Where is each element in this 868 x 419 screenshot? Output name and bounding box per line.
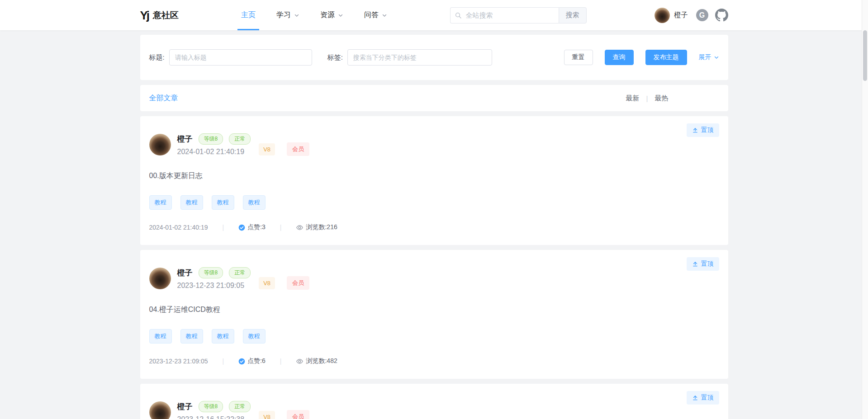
- post-time: 2024-01-02 21:40:19: [177, 148, 251, 156]
- post-card[interactable]: 置顶 橙子 等级8 正常 2024-01-02 21:40:19 V8 会员: [140, 116, 728, 245]
- user-avatar[interactable]: [655, 8, 670, 23]
- pin-top-label: 置顶: [701, 126, 714, 134]
- tag-filter-group: 标签:: [327, 49, 492, 66]
- pin-top-label: 置顶: [701, 394, 714, 402]
- expand-toggle[interactable]: 展开: [699, 53, 719, 61]
- chevron-down-icon: [714, 55, 719, 60]
- expand-label: 展开: [699, 53, 711, 61]
- member-badge: 会员: [287, 410, 309, 419]
- likes-label: 点赞:6: [247, 357, 266, 365]
- level-badge: 等级8: [199, 133, 223, 145]
- nav-item-qa-label: 问答: [364, 10, 379, 20]
- status-badge: 正常: [229, 401, 251, 412]
- article-list-header: 全部文章 最新 | 最热: [140, 85, 728, 111]
- post-header: 橙子 等级8 正常 2023-12-23 21:09:05 V8 会员: [149, 267, 719, 290]
- author-avatar[interactable]: [149, 268, 171, 289]
- views-stat: 浏览数:482: [296, 357, 337, 365]
- logo-mark-icon: Yj: [140, 9, 149, 21]
- title-filter-label: 标题:: [149, 53, 165, 62]
- post-header: 橙子 等级8 正常 2023-12-16 15:22:38 V8 会员: [149, 401, 719, 419]
- tag-filter-label: 标签:: [327, 53, 343, 62]
- sort-options: 最新 | 最热: [626, 94, 669, 103]
- nav-item-resources[interactable]: 资源: [320, 0, 343, 30]
- author-name[interactable]: 橙子: [177, 401, 193, 412]
- pin-top-icon: [692, 395, 698, 401]
- level-badge: 等级8: [199, 267, 223, 278]
- all-articles-tab[interactable]: 全部文章: [149, 94, 178, 103]
- post-tag[interactable]: 教程: [180, 195, 203, 210]
- nav-item-qa[interactable]: 问答: [364, 0, 387, 30]
- filter-actions: 重置 查询 发布主题 展开: [564, 50, 719, 65]
- footer-divider: |: [280, 224, 282, 231]
- post-tag[interactable]: 教程: [149, 329, 172, 344]
- vip-badge: V8: [259, 143, 275, 155]
- scrollbar-thumb[interactable]: [863, 30, 867, 81]
- gitee-icon[interactable]: G: [696, 9, 708, 21]
- author-line: 橙子 等级8 正常: [177, 267, 251, 278]
- post-time: 2023-12-16 15:22:38: [177, 415, 251, 419]
- author-avatar[interactable]: [149, 134, 171, 155]
- page-scrollbar[interactable]: [862, 0, 868, 419]
- likes-label: 点赞:3: [247, 223, 266, 231]
- nav-item-learn-label: 学习: [276, 10, 291, 20]
- main-content: 标题: 标签: 重置 查询 发布主题 展开 全部文章 最新 | 最热: [140, 35, 728, 419]
- site-logo[interactable]: Yj 意社区: [140, 9, 179, 21]
- eye-icon: [296, 224, 304, 231]
- github-icon[interactable]: [715, 9, 728, 22]
- post-title[interactable]: 04.橙子运维CICD教程: [149, 305, 719, 315]
- pin-top-label: 置顶: [701, 260, 714, 268]
- post-tag[interactable]: 教程: [180, 329, 203, 344]
- nav-item-home[interactable]: 主页: [241, 0, 256, 30]
- views-stat: 浏览数:216: [296, 223, 337, 231]
- views-label: 浏览数:482: [306, 357, 337, 365]
- post-tag[interactable]: 教程: [212, 329, 234, 344]
- nav-item-home-label: 主页: [241, 10, 256, 20]
- vip-badge: V8: [259, 411, 275, 419]
- main-nav: 主页 学习 资源 问答: [241, 0, 387, 30]
- member-badge: 会员: [287, 142, 309, 156]
- post-tag[interactable]: 教程: [212, 195, 234, 210]
- search-input[interactable]: [450, 7, 559, 24]
- post-tag[interactable]: 教程: [243, 329, 266, 344]
- author-avatar[interactable]: [149, 401, 171, 419]
- pin-top-button[interactable]: 置顶: [687, 257, 719, 271]
- nav-item-learn[interactable]: 学习: [276, 0, 299, 30]
- global-search: 搜索: [450, 7, 587, 24]
- author-name[interactable]: 橙子: [177, 268, 193, 278]
- level-badge: 等级8: [199, 401, 223, 412]
- like-check-icon: [238, 224, 245, 231]
- chevron-down-icon: [294, 13, 299, 18]
- tag-filter-input[interactable]: [347, 49, 492, 66]
- author-name[interactable]: 橙子: [177, 134, 193, 144]
- sort-hottest[interactable]: 最热: [655, 94, 669, 103]
- sort-divider: |: [646, 94, 648, 102]
- chevron-down-icon: [338, 13, 343, 18]
- post-card[interactable]: 置顶 橙子 等级8 正常 2023-12-23 21:09:05 V8 会员: [140, 250, 728, 379]
- pin-top-button[interactable]: 置顶: [687, 391, 719, 405]
- footer-divider: |: [223, 358, 224, 365]
- author-block: 橙子 等级8 正常 2024-01-02 21:40:19: [177, 133, 251, 156]
- post-tags: 教程 教程 教程 教程: [149, 329, 719, 344]
- footer-divider: |: [280, 358, 282, 365]
- post-card[interactable]: 置顶 橙子 等级8 正常 2023-12-16 15:22:38 V8 会员: [140, 384, 728, 419]
- site-name: 意社区: [153, 9, 179, 21]
- filter-panel: 标题: 标签: 重置 查询 发布主题 展开: [140, 35, 728, 80]
- pin-top-button[interactable]: 置顶: [687, 123, 719, 137]
- likes-stat: 点赞:6: [238, 357, 266, 365]
- reset-button[interactable]: 重置: [564, 50, 593, 65]
- search-button[interactable]: 搜索: [559, 7, 587, 24]
- status-badge: 正常: [229, 267, 251, 278]
- sort-newest[interactable]: 最新: [626, 94, 640, 103]
- footer-time: 2023-12-23 21:09:05: [149, 358, 208, 365]
- post-title[interactable]: 00.版本更新日志: [149, 171, 719, 181]
- post-tag[interactable]: 教程: [149, 195, 172, 210]
- user-name[interactable]: 橙子: [674, 11, 688, 19]
- eye-icon: [296, 358, 304, 365]
- author-block: 橙子 等级8 正常 2023-12-16 15:22:38: [177, 401, 251, 419]
- title-filter-input[interactable]: [169, 49, 312, 66]
- like-check-icon: [238, 358, 245, 365]
- post-tag[interactable]: 教程: [243, 195, 266, 210]
- footer-time: 2024-01-02 21:40:19: [149, 224, 208, 231]
- query-button[interactable]: 查询: [605, 50, 634, 65]
- publish-topic-button[interactable]: 发布主题: [645, 50, 687, 65]
